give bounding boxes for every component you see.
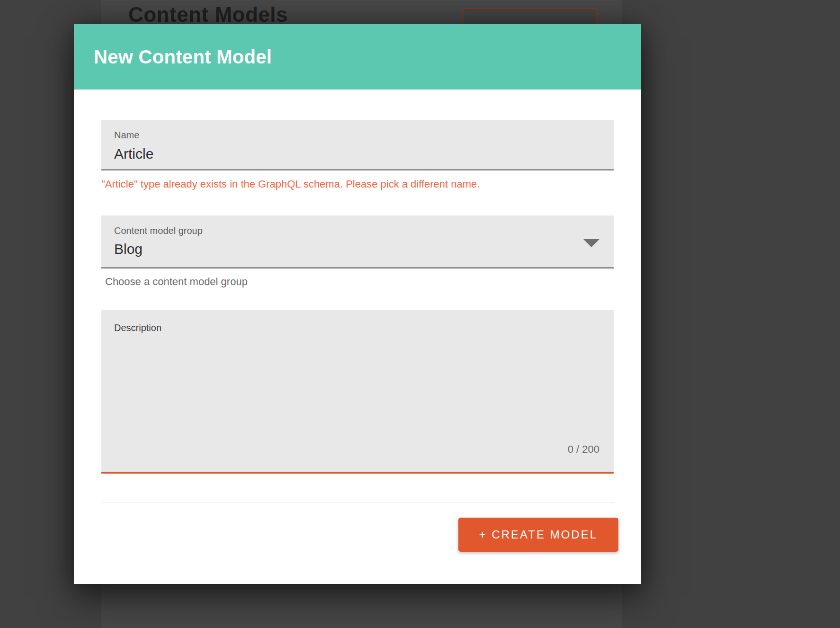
description-field: Description 0 / 200 bbox=[101, 310, 614, 474]
group-helper-text: Choose a content model group bbox=[101, 276, 614, 288]
dialog-title: New Content Model bbox=[94, 46, 272, 68]
group-selected-value: Blog bbox=[114, 241, 143, 257]
group-field-label: Content model group bbox=[114, 225, 203, 236]
name-field: Name bbox=[101, 120, 614, 170]
background-page-title: Content Models bbox=[128, 3, 288, 27]
name-error-message: "Article" type already exists in the Gra… bbox=[101, 178, 614, 190]
create-model-button[interactable]: + CREATE MODEL bbox=[458, 518, 618, 552]
screen: Content Models New Content Model Name "A… bbox=[0, 0, 840, 628]
content-model-group-select[interactable]: Content model group Blog bbox=[101, 215, 614, 269]
description-textarea[interactable] bbox=[101, 310, 614, 472]
dialog-header: New Content Model bbox=[74, 24, 641, 90]
dialog-body: Name "Article" type already exists in th… bbox=[74, 90, 641, 502]
new-content-model-dialog: New Content Model Name "Article" type al… bbox=[74, 24, 641, 584]
name-input[interactable] bbox=[101, 120, 614, 169]
chevron-down-icon[interactable] bbox=[583, 239, 599, 247]
dialog-footer: + CREATE MODEL bbox=[74, 502, 641, 584]
